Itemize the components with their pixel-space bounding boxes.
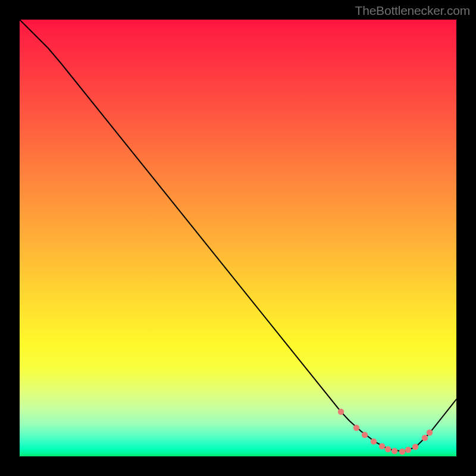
bottleneck-curve <box>20 20 456 455</box>
curve-marker <box>338 409 344 415</box>
curve-marker <box>371 439 377 444</box>
curve-marker <box>422 435 428 441</box>
curve-marker <box>399 449 405 455</box>
curve-marker <box>385 446 391 452</box>
curve-marker <box>392 448 397 454</box>
chart-curve-layer <box>20 20 456 456</box>
curve-markers <box>338 409 433 455</box>
curve-marker <box>362 432 368 438</box>
chart-plot-area <box>20 20 456 456</box>
curve-marker <box>427 430 433 436</box>
curve-marker <box>379 443 385 449</box>
curve-marker <box>405 447 411 453</box>
curve-marker <box>412 444 418 450</box>
curve-line <box>20 20 456 452</box>
attribution-text: TheBottlenecker.com <box>355 4 470 18</box>
curve-marker <box>353 425 359 431</box>
